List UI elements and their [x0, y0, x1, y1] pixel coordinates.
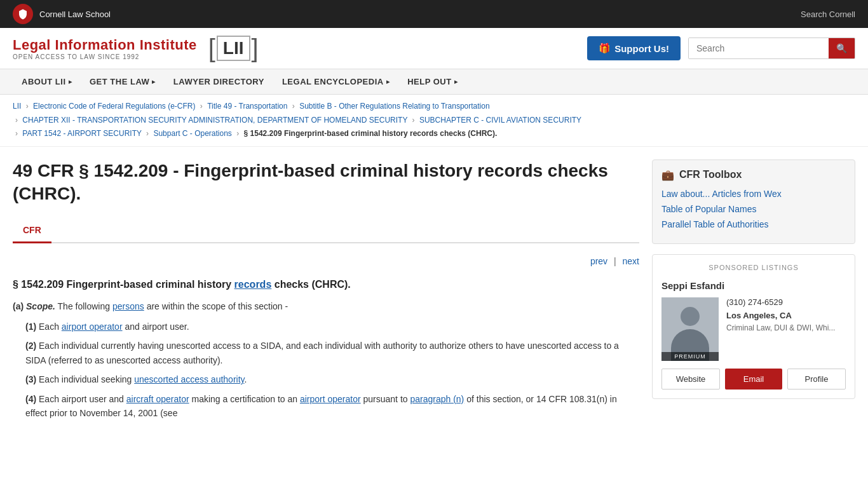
- content-body: prev | next § 1542.209 Fingerprint-based…: [13, 243, 639, 438]
- subsection-3-num: (3): [25, 374, 36, 384]
- subsection-1-num: (1): [25, 322, 36, 332]
- lii-logo-text: Legal Information Institute OPEN ACCESS …: [13, 37, 197, 60]
- breadcrumb-subtitle-b[interactable]: Subtitle B - Other Regulations Relating …: [299, 102, 490, 111]
- airport-operator-link-1[interactable]: airport operator: [62, 322, 123, 332]
- aircraft-operator-link[interactable]: aircraft operator: [126, 394, 189, 404]
- breadcrumb-subpart-c[interactable]: Subpart C - Operations: [153, 129, 231, 138]
- nav-item-about[interactable]: ABOUT LII ▸: [13, 69, 81, 94]
- scope-bold: Scope.: [26, 301, 55, 311]
- breadcrumb: LII › Electronic Code of Federal Regulat…: [0, 95, 868, 147]
- nav-about-arrow: ▸: [69, 78, 72, 85]
- lawyer-name: Seppi Esfandi: [661, 280, 846, 291]
- support-icon: 🎁: [599, 43, 611, 54]
- sponsored-box: SPONSORED LISTINGS Seppi Esfandi PREMIUM…: [652, 254, 855, 399]
- toolbox-title-text: CFR Toolbox: [679, 169, 742, 180]
- prev-link[interactable]: prev: [590, 256, 607, 266]
- cornell-bar-left: Cornell Law School: [13, 4, 111, 24]
- airport-operator-link-2[interactable]: airport operator: [300, 394, 361, 404]
- toolbox-link-wex[interactable]: Law about... Articles from Wex: [661, 189, 846, 199]
- main-nav: ABOUT LII ▸ GET THE LAW ▸ LAWYER DIRECTO…: [0, 69, 868, 95]
- subsection-2: (2) Each individual currently having une…: [25, 339, 639, 367]
- content-left: 49 CFR § 1542.209 - Fingerprint-based cr…: [13, 159, 639, 438]
- tab-bar: CFR: [13, 219, 639, 243]
- breadcrumb-part-1542[interactable]: PART 1542 - AIRPORT SECURITY: [22, 129, 141, 138]
- breadcrumb-current: § 1542.209 Fingerprint-based criminal hi…: [244, 129, 498, 138]
- breadcrumb-lii[interactable]: LII: [13, 102, 21, 111]
- paragraph-n-link[interactable]: paragraph (n): [410, 394, 464, 404]
- nav-item-legalencyclopedia[interactable]: LEGAL ENCYCLOPEDIA ▸: [273, 69, 398, 94]
- subsection-3: (3) Each individual seeking unescorted a…: [25, 372, 639, 386]
- nav-getthelaw-label: GET THE LAW: [90, 77, 149, 86]
- content-right: 💼 CFR Toolbox Law about... Articles from…: [652, 159, 855, 438]
- toolbox-link-parallel-table[interactable]: Parallel Table of Authorities: [661, 219, 846, 229]
- bracket-right: ]: [252, 36, 259, 61]
- persons-link[interactable]: persons: [112, 301, 144, 311]
- section-heading: § 1542.209 Fingerprint-based criminal hi…: [13, 279, 639, 290]
- breadcrumb-sep-4: ›: [412, 116, 417, 125]
- cornell-school-name: Cornell Law School: [39, 10, 111, 19]
- scope-paragraph: (a) Scope. The following persons are wit…: [13, 299, 639, 313]
- premium-badge: PREMIUM: [661, 352, 719, 361]
- search-input[interactable]: [689, 38, 829, 58]
- nav-helpout-arrow: ▸: [454, 78, 458, 85]
- section-heading-bold: § 1542.209 Fingerprint-based criminal hi…: [13, 279, 234, 290]
- search-icon: 🔍: [836, 43, 847, 53]
- nav-helpout-label: HELP OUT: [407, 77, 452, 86]
- records-link[interactable]: records: [234, 279, 272, 290]
- search-button[interactable]: 🔍: [829, 38, 855, 58]
- nav-item-lawyerdirectory[interactable]: LAWYER DIRECTORY: [165, 69, 273, 94]
- website-button[interactable]: Website: [661, 369, 720, 390]
- bracket-left: [: [208, 36, 215, 61]
- page-title: 49 CFR § 1542.209 - Fingerprint-based cr…: [13, 159, 639, 206]
- breadcrumb-sep-2: ›: [200, 102, 205, 111]
- lii-ii-text: LII: [217, 36, 250, 61]
- lii-title: Legal Information Institute: [13, 37, 197, 53]
- lawyer-phone: (310) 274-6529: [726, 297, 846, 307]
- lii-logo[interactable]: Legal Information Institute OPEN ACCESS …: [13, 36, 259, 61]
- tab-cfr[interactable]: CFR: [13, 219, 51, 243]
- nav-prev-next: prev | next: [13, 256, 639, 266]
- lii-subtitle: OPEN ACCESS TO LAW SINCE 1992: [13, 53, 197, 60]
- breadcrumb-title49[interactable]: Title 49 - Transportation: [207, 102, 287, 111]
- support-button[interactable]: 🎁 Support Us!: [587, 36, 681, 60]
- lawyer-info: (310) 274-6529 Los Angeles, CA Criminal …: [726, 297, 846, 334]
- lawyer-practice: Criminal Law, DUI & DWI, Whi...: [726, 323, 846, 334]
- breadcrumb-sep-5: ›: [146, 129, 151, 138]
- nav-item-helpout[interactable]: HELP OUT ▸: [398, 69, 466, 94]
- next-link[interactable]: next: [623, 256, 639, 266]
- section-heading-bold-2: checks (CHRC).: [275, 279, 351, 290]
- toolbox-link-popular-names[interactable]: Table of Popular Names: [661, 204, 846, 214]
- unescorted-access-link[interactable]: unescorted access authority: [134, 374, 244, 384]
- search-box: 🔍: [688, 37, 855, 59]
- email-button[interactable]: Email: [725, 369, 782, 390]
- cornell-shield-icon: [13, 4, 33, 24]
- nav-sep: |: [614, 256, 619, 266]
- nav-legalencyclopedia-label: LEGAL ENCYCLOPEDIA: [282, 77, 384, 86]
- subsection-4: (4) Each airport user and aircraft opera…: [25, 392, 639, 421]
- breadcrumb-chapter-xii[interactable]: CHAPTER XII - TRANSPORTATION SECURITY AD…: [22, 116, 407, 125]
- breadcrumb-sep-6: ›: [236, 129, 241, 138]
- profile-button[interactable]: Profile: [787, 369, 846, 390]
- lii-header: Legal Information Institute OPEN ACCESS …: [0, 28, 868, 69]
- cfr-toolbox-title: 💼 CFR Toolbox: [661, 169, 846, 181]
- breadcrumb-sep-1: ›: [26, 102, 31, 111]
- subsection-1: (1) Each airport operator and airport us…: [25, 320, 639, 334]
- breadcrumb-ecfr[interactable]: Electronic Code of Federal Regulations (…: [33, 102, 195, 111]
- header-right: 🎁 Support Us! 🔍: [587, 36, 855, 60]
- nav-lawyerdirectory-label: LAWYER DIRECTORY: [173, 77, 264, 86]
- breadcrumb-indent-1: ›: [15, 116, 20, 125]
- nav-item-getthelaw[interactable]: GET THE LAW ▸: [81, 69, 165, 94]
- main-content: 49 CFR § 1542.209 - Fingerprint-based cr…: [0, 147, 868, 451]
- cornell-search-link[interactable]: Search Cornell: [801, 10, 855, 19]
- nav-legalencyclopedia-arrow: ▸: [386, 78, 390, 85]
- lawyer-location: Los Angeles, CA: [726, 311, 846, 320]
- nav-about-label: ABOUT LII: [22, 77, 66, 86]
- subsection-2-num: (2): [25, 341, 36, 351]
- lii-bracket-logo: [ LII ]: [208, 36, 259, 61]
- lawyer-photo: PREMIUM: [661, 297, 719, 361]
- subsection-4-num: (4): [25, 394, 36, 404]
- cornell-bar: Cornell Law School Search Cornell: [0, 0, 868, 28]
- cfr-toolbox: 💼 CFR Toolbox Law about... Articles from…: [652, 159, 855, 244]
- breadcrumb-subchapter-c[interactable]: SUBCHAPTER C - CIVIL AVIATION SECURITY: [419, 116, 581, 125]
- lawyer-silhouette: [661, 297, 719, 361]
